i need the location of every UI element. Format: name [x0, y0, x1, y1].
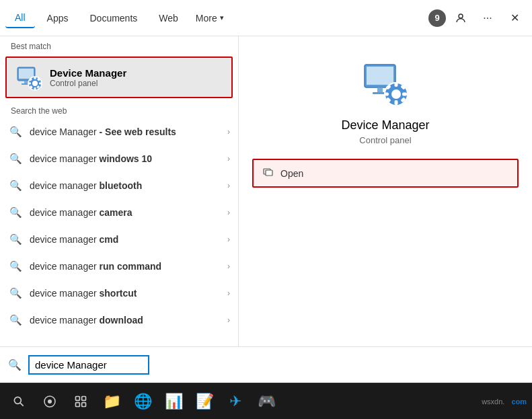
- main-content: Best match: [0, 36, 532, 346]
- more-options-button[interactable]: ···: [476, 6, 500, 30]
- tab-apps[interactable]: Apps: [38, 9, 78, 28]
- search-item-text: device manager windows 10: [30, 153, 227, 164]
- chevron-right-icon: ›: [227, 127, 230, 137]
- taskbar-excel-icon[interactable]: 📊: [160, 388, 187, 415]
- person-icon-button[interactable]: [449, 6, 473, 30]
- list-item[interactable]: 🔍 device manager shortcut ›: [0, 280, 238, 307]
- search-item-text: device manager cmd: [30, 234, 227, 245]
- search-item-text: device manager shortcut: [30, 288, 227, 299]
- search-item-text: device Manager - See web results: [30, 126, 227, 137]
- chevron-right-icon: ›: [227, 154, 230, 163]
- search-item-text: device manager download: [30, 315, 227, 326]
- search-item-text: device manager camera: [30, 207, 227, 218]
- taskbar-word-icon[interactable]: 📝: [191, 388, 218, 415]
- open-icon: [263, 167, 274, 180]
- close-button[interactable]: ✕: [502, 6, 527, 30]
- list-item[interactable]: 🔍 device Manager - See web results ›: [0, 118, 238, 145]
- taskbar: 📁 🌐 📊 📝 ✈ 🎮 wsxdn. com: [0, 383, 532, 419]
- svg-rect-22: [395, 100, 398, 105]
- best-match-subtitle: Control panel: [50, 79, 126, 88]
- svg-rect-23: [384, 93, 389, 96]
- taskbar-other-icon[interactable]: 🎮: [253, 388, 280, 415]
- more-label: More: [196, 13, 217, 24]
- svg-point-6: [32, 81, 38, 86]
- best-match-title: Device Manager: [50, 67, 126, 79]
- taskbar-chrome-icon[interactable]: 🌐: [129, 388, 156, 415]
- search-input[interactable]: [28, 355, 149, 375]
- svg-rect-24: [402, 93, 407, 96]
- chevron-right-icon: ›: [227, 315, 230, 325]
- chevron-right-icon: ›: [227, 289, 230, 298]
- search-web-section: 🔍 device Manager - See web results › 🔍 d…: [0, 118, 238, 346]
- list-item[interactable]: 🔍 device manager windows 10 ›: [0, 145, 238, 172]
- result-subtitle: Control panel: [359, 135, 411, 145]
- svg-rect-30: [266, 170, 272, 176]
- tab-all[interactable]: All: [5, 8, 35, 28]
- chevron-down-icon: ▾: [220, 13, 224, 22]
- search-icon: 🔍: [8, 232, 23, 247]
- search-icon: 🔍: [8, 205, 23, 220]
- device-manager-icon: [15, 63, 43, 91]
- taskbar-files-icon[interactable]: 📁: [98, 388, 125, 415]
- result-device-manager-icon: [358, 56, 412, 110]
- list-item[interactable]: 🔍 device manager run command ›: [0, 253, 238, 280]
- list-item[interactable]: 🔍 device manager camera ›: [0, 199, 238, 226]
- best-match-label: Best match: [0, 36, 238, 54]
- search-bar: 🔍: [0, 346, 532, 383]
- svg-rect-3: [24, 81, 28, 83]
- svg-rect-16: [367, 67, 393, 85]
- svg-point-34: [48, 399, 52, 404]
- svg-point-31: [14, 397, 21, 404]
- svg-rect-35: [76, 396, 80, 400]
- svg-rect-17: [377, 87, 383, 92]
- svg-line-32: [20, 403, 24, 406]
- taskbar-taskview-button[interactable]: [67, 388, 94, 415]
- watermark-brand: com: [511, 397, 527, 406]
- search-item-text: device manager bluetooth: [30, 180, 227, 191]
- taskbar-telegram-icon[interactable]: ✈: [222, 388, 249, 415]
- svg-rect-37: [76, 402, 80, 406]
- chevron-right-icon: ›: [227, 235, 230, 244]
- left-panel: Best match: [0, 36, 239, 346]
- svg-rect-9: [28, 83, 31, 85]
- taskbar-search-button[interactable]: [5, 388, 32, 415]
- tab-documents[interactable]: Documents: [80, 9, 147, 28]
- svg-rect-8: [34, 87, 36, 90]
- search-icon: 🔍: [8, 259, 23, 274]
- svg-rect-10: [39, 83, 42, 85]
- top-nav: All Apps Documents Web More ▾ 9 ··· ✕: [0, 0, 532, 36]
- close-icon: ✕: [510, 11, 519, 24]
- ellipsis-icon: ···: [483, 12, 492, 24]
- right-panel: Device Manager Control panel Open: [239, 36, 532, 346]
- open-button[interactable]: Open: [252, 159, 519, 188]
- chevron-right-icon: ›: [227, 208, 230, 217]
- tab-web[interactable]: Web: [149, 9, 188, 28]
- list-item[interactable]: 🔍 device manager cmd ›: [0, 226, 238, 253]
- svg-point-20: [391, 89, 401, 99]
- list-item[interactable]: 🔍 device manager download ›: [0, 307, 238, 334]
- search-bar-icon: 🔍: [8, 358, 22, 371]
- svg-rect-21: [395, 82, 398, 87]
- taskbar-start-button[interactable]: [36, 388, 63, 415]
- search-web-label: Search the web: [0, 101, 238, 118]
- svg-rect-7: [34, 77, 36, 79]
- notification-badge[interactable]: 9: [428, 9, 446, 27]
- search-icon: 🔍: [8, 178, 23, 193]
- search-icon: 🔍: [8, 151, 23, 166]
- best-match-item[interactable]: Device Manager Control panel: [5, 56, 233, 98]
- open-label: Open: [280, 168, 303, 179]
- svg-rect-38: [82, 402, 86, 406]
- svg-rect-36: [82, 396, 86, 400]
- result-title: Device Manager: [341, 118, 429, 132]
- search-icon: 🔍: [8, 313, 23, 328]
- search-icon: 🔍: [8, 124, 23, 139]
- chevron-right-icon: ›: [227, 181, 230, 190]
- best-match-text: Device Manager Control panel: [50, 67, 126, 88]
- list-item[interactable]: 🔍 device manager bluetooth ›: [0, 172, 238, 199]
- more-button[interactable]: More ▾: [190, 9, 229, 28]
- svg-point-0: [459, 14, 463, 18]
- chevron-right-icon: ›: [227, 262, 230, 271]
- search-icon: 🔍: [8, 286, 23, 301]
- watermark: wsxdn.: [482, 397, 504, 406]
- search-item-text: device manager run command: [30, 261, 227, 272]
